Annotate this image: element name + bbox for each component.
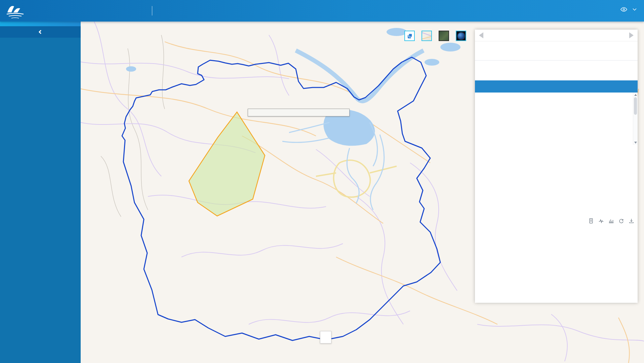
chart-legend[interactable] — [540, 218, 551, 223]
sidebar-top-strip — [0, 22, 81, 26]
download-icon[interactable] — [629, 218, 634, 224]
statistic-tabs — [475, 46, 638, 61]
app-logo-icon — [5, 2, 25, 19]
sidebar — [0, 22, 81, 363]
table-header — [475, 80, 638, 93]
measured-area-polygon — [189, 112, 265, 216]
survey-points-chart — [475, 215, 638, 303]
app-header — [0, 0, 644, 22]
hazard-table — [475, 80, 638, 145]
refresh-icon[interactable] — [618, 218, 624, 224]
scroll-down-icon[interactable] — [634, 142, 637, 144]
previous-year-button[interactable] — [479, 32, 483, 38]
measure-toolbar — [320, 331, 331, 343]
eye-icon — [620, 7, 627, 12]
globe-basemap-thumbnail[interactable] — [456, 31, 466, 41]
header-divider — [152, 6, 152, 15]
chevron-down-icon — [633, 8, 637, 11]
next-year-button[interactable] — [629, 32, 634, 38]
data-view-icon[interactable] — [588, 218, 594, 224]
scroll-up-icon[interactable] — [634, 94, 637, 96]
year-selector — [475, 30, 638, 41]
table-scrollbar[interactable] — [633, 93, 638, 145]
satellite-basemap-thumbnail[interactable] — [439, 31, 449, 41]
chevron-left-icon — [38, 30, 43, 34]
level-subtabs — [475, 67, 638, 79]
street-basemap-thumbnail[interactable] — [421, 31, 432, 41]
area-measure-tooltip — [248, 109, 350, 116]
region-selects — [475, 41, 638, 46]
line-chart-icon[interactable] — [598, 218, 604, 224]
sidebar-collapse-button[interactable] — [0, 26, 81, 38]
province-boundary — [122, 57, 440, 340]
bar-chart-icon[interactable] — [608, 218, 614, 224]
legend-swatch — [540, 218, 549, 223]
statistics-panel — [475, 30, 638, 303]
layers-icon[interactable] — [404, 31, 415, 41]
user-menu[interactable] — [620, 7, 637, 12]
stat-cards — [475, 61, 638, 65]
layer-switcher — [404, 31, 466, 41]
chart-toolbar — [588, 218, 634, 224]
scrollbar-thumb[interactable] — [634, 97, 637, 115]
